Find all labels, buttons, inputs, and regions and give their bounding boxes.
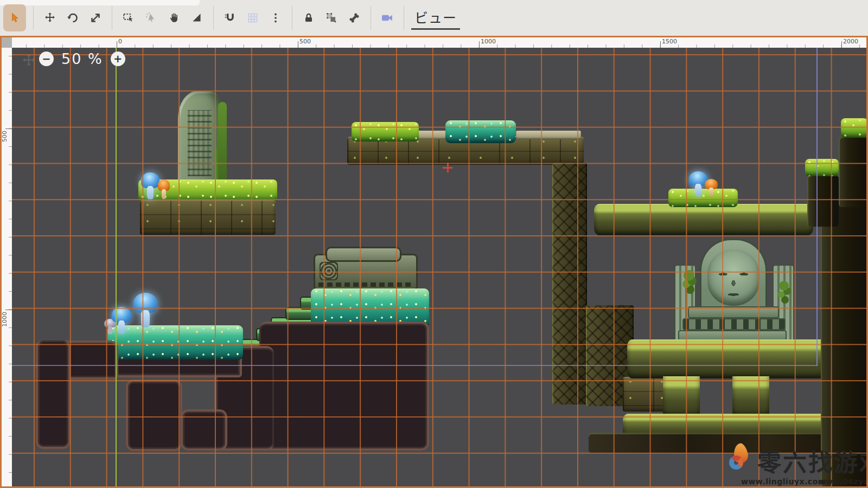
ruler-label: 500 <box>299 38 311 45</box>
cursor-arrow-icon <box>8 11 21 24</box>
orange-mushroom[interactable] <box>158 179 170 199</box>
ruler-label: 500 <box>1 131 8 142</box>
toolbar-separator <box>371 6 371 30</box>
camera-tool-button[interactable] <box>378 7 397 29</box>
dark-cave-mass[interactable] <box>259 322 429 451</box>
transform-box-button[interactable] <box>322 7 341 29</box>
left-cave-frame-column[interactable] <box>36 341 71 449</box>
blue-mushroom[interactable] <box>133 293 157 328</box>
toolbar-separator <box>404 6 404 30</box>
rotate-tool-button[interactable] <box>63 7 82 29</box>
blue-mushroom[interactable] <box>141 172 159 200</box>
vertical-ruler[interactable]: 500 1000 <box>0 48 12 486</box>
mushroom-stem <box>709 188 714 196</box>
carved-stone-block[interactable] <box>623 377 667 412</box>
bridge-upper-beam[interactable] <box>627 339 827 378</box>
top-platform-grass[interactable] <box>352 122 419 142</box>
monument-inscription <box>188 110 212 176</box>
mushroom-stem <box>118 320 125 334</box>
triangle-ruler-icon <box>190 11 203 24</box>
zoom-in-button[interactable]: + <box>111 52 125 66</box>
toolbar-separator <box>112 6 112 30</box>
bridge-pillar[interactable] <box>732 376 769 418</box>
cliff-step-rock[interactable] <box>807 175 839 227</box>
rect-select-icon <box>122 11 135 24</box>
statue-base-carved <box>682 318 786 330</box>
ruler-label: 2000 <box>843 38 858 45</box>
camera-icon <box>380 11 394 25</box>
top-platform-stone-cap <box>416 131 447 139</box>
ghost-move-icon <box>21 52 37 70</box>
machine-turret <box>326 247 401 262</box>
statue-vines <box>684 270 694 281</box>
watermark-brand: 零六找游戏 <box>757 444 866 478</box>
level-canvas[interactable]: − 50 % + 零六找游戏 www.lingliuyx.com www.06z… <box>12 48 866 486</box>
statue-base-step <box>688 306 779 318</box>
origin-marker[interactable] <box>443 163 452 172</box>
toolbar-separator <box>33 6 34 30</box>
hand-icon <box>168 11 181 24</box>
top-platform-teal-grass[interactable] <box>445 120 516 143</box>
rect-select-tool-button[interactable] <box>119 7 138 29</box>
snap-cursor-icon <box>145 11 158 24</box>
snap-cursor-tool-button[interactable] <box>142 7 161 29</box>
watermark-logo <box>727 444 756 478</box>
bridge-pillar[interactable] <box>663 376 700 418</box>
view-menu-button[interactable]: ビュー <box>411 6 460 30</box>
watermark-url-1: www.lingliuyx.com <box>741 477 826 486</box>
bone-tool-button[interactable] <box>345 7 363 29</box>
toolbar-separator <box>292 6 292 30</box>
cliff-top-grass[interactable] <box>841 118 866 138</box>
bounds-guide-vertical[interactable] <box>816 48 818 366</box>
rotate-icon <box>66 11 79 24</box>
lock-button[interactable] <box>299 7 318 29</box>
bone-icon <box>348 11 361 24</box>
ruler-label: 1000 <box>481 38 496 45</box>
grid-toggle-button[interactable] <box>244 7 262 29</box>
ruler-corner-box[interactable] <box>0 37 12 48</box>
more-options-button[interactable] <box>266 7 285 29</box>
toolbar-separator <box>213 6 214 30</box>
move-tool-button[interactable] <box>41 7 59 29</box>
statue-face <box>707 249 760 306</box>
mushroom-stem <box>695 184 701 196</box>
blue-mushroom[interactable] <box>112 307 131 334</box>
scale-tool-button[interactable] <box>86 7 105 29</box>
monument-vine <box>218 102 227 187</box>
grid-icon <box>246 11 259 24</box>
cliff-step-grass[interactable] <box>805 159 839 176</box>
mushroom-stem <box>162 189 166 199</box>
zoom-level-value: 50 % <box>61 50 103 67</box>
transform-box-icon <box>325 11 338 24</box>
origin-guide-vertical[interactable] <box>116 48 117 486</box>
right-long-platform[interactable] <box>594 204 813 235</box>
temple-column[interactable] <box>552 163 587 404</box>
toolbar: ビュー <box>0 0 868 36</box>
level-editor-window: ビュー 0 500 1000 1500 2000 500 1000 <box>0 0 868 488</box>
top-platform-stone-cap <box>516 131 581 139</box>
cliff-top-rock[interactable] <box>839 137 866 207</box>
watermark-url-2: www.06zyx.com <box>818 477 866 486</box>
upper-left-platform-body[interactable] <box>140 200 276 235</box>
zoom-out-button[interactable]: − <box>39 52 54 66</box>
measure-tool-button[interactable] <box>188 7 206 29</box>
scale-icon <box>89 11 102 24</box>
ruler-label: 1500 <box>662 38 677 45</box>
horizontal-ruler[interactable]: 0 500 1000 1500 2000 <box>12 37 868 48</box>
mushroom-stem <box>141 310 150 328</box>
pan-tool-button[interactable] <box>165 7 183 29</box>
left-cave-block[interactable] <box>126 380 182 451</box>
kebab-menu-icon <box>269 11 282 24</box>
machine-spiral-carving <box>320 262 338 280</box>
bounds-guide-horizontal[interactable] <box>12 365 818 366</box>
zoom-control: − 50 % + <box>39 50 125 67</box>
ruined-stone-machine[interactable] <box>314 254 418 291</box>
ruler-label: 1000 <box>1 312 8 327</box>
orange-mushroom[interactable] <box>705 179 718 196</box>
magnet-snap-button[interactable] <box>221 7 239 29</box>
machine-slots <box>318 282 413 287</box>
dark-cave-mass-foot[interactable] <box>181 409 227 451</box>
select-tool-button[interactable] <box>3 4 26 31</box>
statue-vines <box>779 281 789 291</box>
window-border-left <box>0 36 2 488</box>
